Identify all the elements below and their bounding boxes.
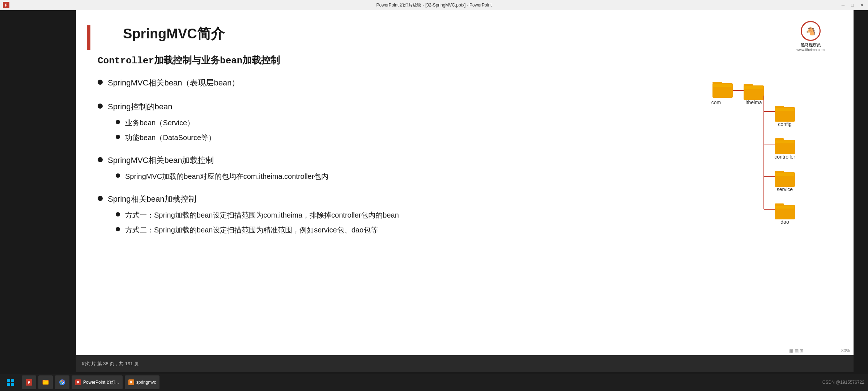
springmvc-taskbar-icon: P	[128, 379, 134, 385]
taskbar-ppt-icon[interactable]: P	[22, 375, 36, 389]
folder-dao	[775, 203, 795, 219]
sub-bullet-dot-4-1	[116, 212, 120, 216]
accent-bar	[87, 25, 90, 50]
folder-controller	[775, 138, 795, 154]
explorer-icon	[42, 379, 49, 386]
bullet-dot-4	[98, 196, 103, 201]
logo-circle: 🐴	[801, 21, 821, 41]
label-com: com	[711, 100, 721, 105]
svg-rect-11	[775, 108, 794, 111]
label-controller: controller	[774, 154, 795, 160]
svg-rect-2	[713, 84, 732, 87]
sub-bullet-text-2-1: 业务bean（Service）	[125, 118, 194, 128]
bullet-text-1: SpringMVC相关bean（表现层bean）	[108, 77, 239, 88]
bullet-text-4: Spring相关bean加载控制	[108, 194, 196, 205]
logo-icon: 🐴	[806, 26, 816, 36]
sub-bullet-text-4-2: 方式二：Spring加载的bean设定扫描范围为精准范围，例如service包、…	[125, 225, 378, 235]
bottom-right-tools: ▦ ▤ ⊞ ─────────── 80%	[789, 348, 850, 353]
svg-rect-25	[11, 379, 14, 382]
restore-button[interactable]: □	[849, 2, 856, 8]
sub-bullet-dot-3-1	[116, 173, 120, 178]
taskbar-chrome-icon[interactable]	[55, 375, 69, 389]
chrome-icon	[59, 379, 66, 386]
svg-rect-23	[775, 206, 794, 209]
slide-counter: 幻灯片 第 38 页，共 191 页	[82, 361, 139, 367]
right-panel	[854, 10, 868, 391]
svg-rect-26	[7, 383, 10, 386]
taskbar-ppt-label: PowerPoint 幻灯...	[83, 379, 119, 386]
sub-bullet-text-3-1: SpringMVC加载的bean对应的包均在com.itheima.contro…	[125, 172, 328, 181]
taskbar-springmvc-window[interactable]: P springmvc	[125, 375, 160, 389]
slide-subtitle: Controller加载控制与业务bean加载控制	[98, 54, 835, 67]
folder-service	[775, 171, 795, 187]
titlebar: P PowerPoint 幻灯片放映 - [02-SpringMVC.pptx]…	[0, 0, 868, 10]
svg-rect-15	[775, 140, 794, 143]
titlebar-controls: ─ □ ✕	[840, 2, 865, 8]
logo-url: www.itheima.com	[796, 48, 825, 52]
slide-area: 🐴 黑马程序员 www.itheima.com SpringMVC简介 Cont…	[76, 10, 854, 355]
minimize-button[interactable]: ─	[840, 2, 846, 8]
bullet-dot-2	[98, 104, 103, 109]
sub-bullet-text-2-2: 功能bean（DataSource等）	[125, 133, 216, 143]
svg-rect-30	[43, 380, 45, 382]
csdn-watermark: CSDN @1915576722	[822, 380, 864, 385]
ppt-taskbar-icon: P	[75, 379, 81, 385]
bullet-dot-3	[98, 157, 103, 162]
svg-rect-19	[775, 173, 794, 176]
folder-itheima	[744, 84, 764, 100]
svg-rect-24	[7, 379, 10, 382]
sub-bullet-dot-4-2	[116, 227, 120, 231]
bullet-dot-1	[98, 80, 103, 85]
titlebar-left: P	[3, 2, 9, 8]
taskbar-ppt-window[interactable]: P PowerPoint 幻灯...	[72, 375, 123, 389]
taskbar: P P PowerPoint 幻灯... P	[0, 374, 868, 391]
folder-com	[712, 82, 733, 98]
close-button[interactable]: ✕	[859, 2, 865, 8]
zoom-level: ─────────── 80%	[806, 348, 850, 353]
sub-bullet-dot-2-2	[116, 135, 120, 139]
label-dao: dao	[780, 219, 789, 225]
svg-point-33	[61, 381, 63, 383]
bullet-text-3: SpringMVC相关bean加载控制	[108, 155, 214, 166]
app-icon: P	[3, 2, 9, 8]
titlebar-title: PowerPoint 幻灯片放映 - [02-SpringMVC.pptx] -…	[376, 2, 492, 8]
slide-bottom-bar: 幻灯片 第 38 页，共 191 页 ▦ ▤ ⊞ ─────────── 80%	[76, 356, 854, 372]
logo-name: 黑马程序员	[801, 42, 821, 48]
slide-content: 🐴 黑马程序员 www.itheima.com SpringMVC简介 Cont…	[76, 10, 854, 355]
windows-start-button[interactable]	[4, 375, 17, 389]
slide-title: SpringMVC简介	[123, 25, 835, 43]
taskbar-explorer-icon[interactable]	[38, 375, 53, 389]
bullet-text-2: Spring控制的bean	[108, 101, 173, 112]
taskbar-ppt-app-icon: P	[25, 379, 33, 386]
label-service: service	[777, 186, 793, 192]
label-itheima: itheima	[745, 100, 762, 105]
svg-rect-29	[43, 381, 48, 384]
folder-config	[775, 106, 795, 122]
left-panel	[0, 10, 76, 391]
sub-bullet-dot-2-1	[116, 120, 120, 124]
view-icons: ▦ ▤ ⊞	[789, 348, 803, 353]
folder-tree: com itheima con	[709, 75, 832, 236]
taskbar-springmvc-label: springmvc	[136, 380, 156, 385]
svg-rect-6	[744, 86, 763, 89]
sub-bullet-text-4-1: 方式一：Spring加载的bean设定扫描范围为com.itheima，排除掉c…	[125, 210, 399, 220]
logo-area: 🐴 黑马程序员 www.itheima.com	[796, 21, 825, 52]
label-config: config	[778, 121, 791, 127]
svg-rect-27	[11, 383, 14, 386]
